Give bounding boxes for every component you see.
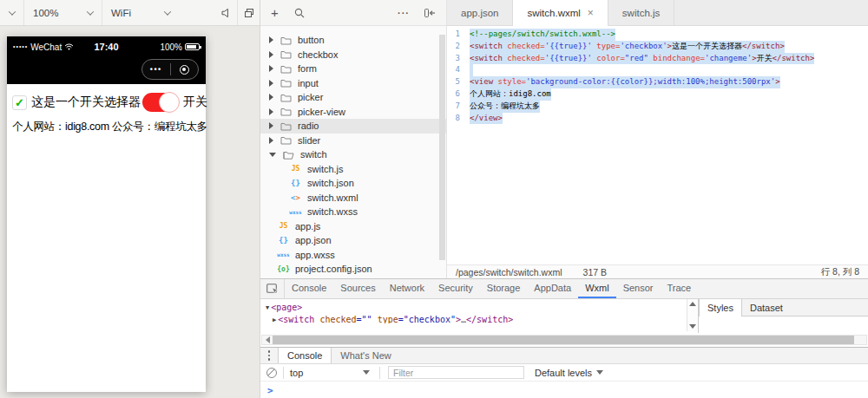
code-area[interactable]: 1<!--pages/switch/switch.wxml-->2<switch… xyxy=(447,26,868,264)
inspect-element-button[interactable] xyxy=(260,279,285,298)
tree-item-radio[interactable]: radio xyxy=(260,119,446,134)
zoom-dropdown[interactable]: 100% xyxy=(24,0,102,25)
scrollbar-thumb[interactable] xyxy=(273,336,854,344)
wifi-icon xyxy=(64,43,74,50)
switch-label: 这是一个开关选择器 xyxy=(31,95,141,110)
line-number: 4 xyxy=(447,64,470,76)
scroll-down-icon[interactable] xyxy=(689,324,696,329)
chevron-right-icon[interactable] xyxy=(269,65,273,72)
expand-arrow-icon[interactable]: ▼ xyxy=(266,304,269,311)
horizontal-scrollbar[interactable] xyxy=(261,335,867,345)
ellipsis-icon: ••• xyxy=(150,65,162,74)
code-line[interactable]: 4 xyxy=(447,64,868,76)
tree-item-app.json[interactable]: {}app.json xyxy=(260,233,446,248)
wxml-scrollbar[interactable] xyxy=(687,299,698,331)
context-dropdown[interactable]: top xyxy=(290,368,373,378)
home-button[interactable] xyxy=(171,60,199,79)
clock: 17:40 xyxy=(76,42,138,52)
code-line[interactable]: 7公众号：编程坑太多 xyxy=(447,101,868,113)
chevron-right-icon[interactable] xyxy=(269,122,273,129)
toggle-switch[interactable] xyxy=(142,93,179,112)
scroll-left-button[interactable] xyxy=(262,336,273,343)
chevron-right-icon[interactable] xyxy=(269,51,273,58)
chevron-right-icon[interactable] xyxy=(269,108,273,115)
drawer-menu-button[interactable] xyxy=(260,348,278,363)
drawer-tab-what-s-new[interactable]: What's New xyxy=(332,348,399,363)
collapse-arrow-icon[interactable]: ▶ xyxy=(273,316,276,323)
debugger-tab-security[interactable]: Security xyxy=(431,279,480,298)
chevron-right-icon[interactable] xyxy=(269,137,273,144)
editor-tab-switch.wxml[interactable]: switch.wxml× xyxy=(513,0,608,26)
tree-item-picker-view[interactable]: picker-view xyxy=(260,105,446,120)
tree-item-switch.js[interactable]: JSswitch.js xyxy=(260,162,446,177)
drawer-tab-console[interactable]: Console xyxy=(278,348,332,363)
checkbox-switch[interactable]: ✓ xyxy=(12,95,27,110)
more-button[interactable]: ••• xyxy=(142,60,170,79)
wxml-node[interactable]: ▶<switch checked="" type="checkbox">…</s… xyxy=(266,314,698,323)
wxml-node[interactable]: ▼<page> xyxy=(266,302,698,314)
line-number: 6 xyxy=(447,88,470,101)
sidebar-tab-styles[interactable]: Styles xyxy=(699,299,742,316)
tree-item-label: switch.js xyxy=(307,164,344,174)
tree-item-picker[interactable]: picker xyxy=(260,90,446,105)
chevron-right-icon[interactable] xyxy=(269,80,273,87)
editor-tab-switch.js[interactable]: switch.js xyxy=(608,0,674,25)
tree-item-app.js[interactable]: JSapp.js xyxy=(260,219,446,234)
debugger-tab-sensor[interactable]: Sensor xyxy=(616,279,661,298)
wechat-devtools-window: 100% WiFi ••••• WeChat xyxy=(0,0,868,398)
tree-item-switch[interactable]: switch xyxy=(260,147,446,162)
debugger-tab-sources[interactable]: Sources xyxy=(333,279,382,298)
code-line[interactable]: 8</view> xyxy=(447,113,868,125)
debugger-tab-storage[interactable]: Storage xyxy=(480,279,528,298)
more-options-button[interactable]: ··· xyxy=(398,8,410,18)
tree-item-slider[interactable]: slider xyxy=(260,134,446,148)
tree-scrollbar[interactable] xyxy=(439,35,445,260)
sound-button[interactable] xyxy=(214,0,237,25)
console-drawer-tabs: ConsoleWhat's New xyxy=(260,348,868,364)
editor-tab-app.json[interactable]: app.json xyxy=(447,0,513,25)
collapse-all-button[interactable] xyxy=(424,8,436,18)
chevron-right-icon[interactable] xyxy=(269,36,273,43)
network-dropdown[interactable]: WiFi xyxy=(102,0,179,25)
selected-text: 个人网站：idig8.com xyxy=(470,88,551,101)
filter-input[interactable] xyxy=(388,366,524,379)
clear-console-icon[interactable] xyxy=(266,368,277,378)
chevron-down-icon xyxy=(164,8,171,15)
debugger-tab-trace[interactable]: Trace xyxy=(661,279,699,298)
add-file-button[interactable]: + xyxy=(271,6,279,19)
debugger-tab-wxml[interactable]: Wxml xyxy=(578,279,616,298)
window-mode-button[interactable] xyxy=(237,0,260,25)
code-line[interactable]: 6个人网站：idig8.com xyxy=(447,88,868,101)
code-line[interactable]: 3<switch checked='{{true}}' color="red" … xyxy=(447,53,868,65)
selected-text: </view> xyxy=(470,113,503,125)
tree-item-label: picker-view xyxy=(298,107,345,117)
editor-statusbar: /pages/switch/switch.wxml 317 B 行 8, 列 8 xyxy=(447,264,868,278)
tree-item-switch.json[interactable]: {}switch.json xyxy=(260,176,446,191)
tree-item-input[interactable]: input xyxy=(260,76,446,91)
scroll-up-icon[interactable] xyxy=(689,302,696,306)
tree-item-checkbox[interactable]: checkbox xyxy=(260,48,446,62)
selected-text xyxy=(470,64,473,76)
debugger-tab-appdata[interactable]: AppData xyxy=(527,279,578,298)
console-input[interactable]: > xyxy=(260,382,868,398)
debugger-tab-network[interactable]: Network xyxy=(383,279,431,298)
device-dropdown[interactable] xyxy=(0,0,24,25)
close-icon[interactable]: × xyxy=(588,7,594,19)
tree-item-switch.wxml[interactable]: <>switch.wxml xyxy=(260,191,446,206)
tree-item-project.config.json[interactable]: {o}project.config.json xyxy=(260,262,446,277)
tree-item-switch.wxss[interactable]: wxssswitch.wxss xyxy=(260,205,446,219)
tree-item-label: app.json xyxy=(295,235,332,245)
code-line[interactable]: 2<switch checked='{{true}}' type='checkb… xyxy=(447,41,868,53)
code-line[interactable]: 5<view style='background-color:{{color}}… xyxy=(447,76,868,88)
debugger-tab-console[interactable]: Console xyxy=(285,279,333,298)
sidebar-tab-dataset[interactable]: Dataset xyxy=(742,299,791,316)
tree-item-label: form xyxy=(298,63,317,74)
tree-item-button[interactable]: button xyxy=(260,33,446,48)
code-line[interactable]: 1<!--pages/switch/switch.wxml--> xyxy=(447,29,868,41)
tree-item-app.wxss[interactable]: wxssapp.wxss xyxy=(260,248,446,263)
log-levels-dropdown[interactable]: Default levels xyxy=(535,368,603,378)
chevron-down-icon[interactable] xyxy=(269,153,276,157)
chevron-right-icon[interactable] xyxy=(269,94,273,101)
tree-item-form[interactable]: form xyxy=(260,62,446,76)
search-button[interactable] xyxy=(294,8,305,18)
